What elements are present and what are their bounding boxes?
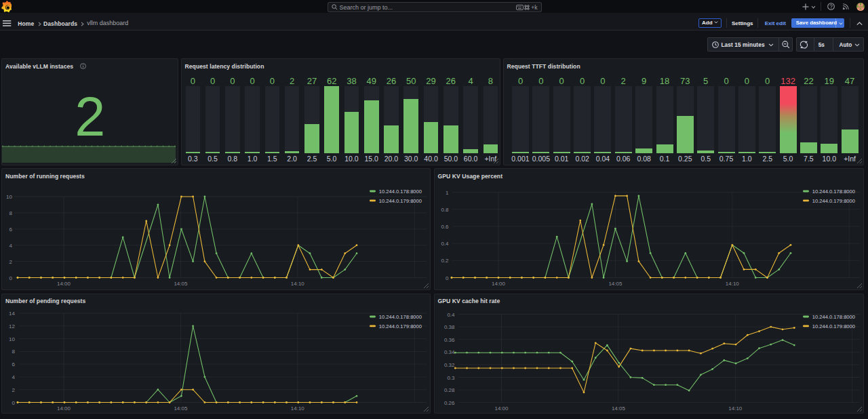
- svg-text:0.32: 0.32: [443, 361, 454, 367]
- svg-text:0.28: 0.28: [443, 387, 454, 393]
- svg-text:8: 8: [12, 348, 16, 355]
- svg-text:0.4: 0.4: [441, 241, 449, 247]
- svg-text:4: 4: [12, 374, 16, 380]
- svg-text:10.244.0.178:8000: 10.244.0.178:8000: [379, 314, 422, 320]
- svg-text:4: 4: [9, 243, 13, 249]
- svg-text:14:10: 14:10: [291, 405, 305, 412]
- svg-text:10.244.0.178:8000: 10.244.0.178:8000: [812, 314, 854, 320]
- svg-text:0: 0: [9, 275, 13, 281]
- svg-text:14:05: 14:05: [174, 281, 188, 287]
- svg-text:10.244.0.179:8000: 10.244.0.179:8000: [379, 198, 422, 204]
- svg-text:14:10: 14:10: [725, 281, 739, 287]
- svg-text:0.34: 0.34: [443, 349, 454, 355]
- svg-text:0.6: 0.6: [441, 224, 449, 230]
- svg-text:0: 0: [446, 275, 449, 281]
- svg-text:0.8: 0.8: [441, 207, 449, 213]
- svg-text:14: 14: [9, 311, 15, 317]
- svg-text:1: 1: [446, 190, 449, 196]
- svg-text:10.244.0.179:8000: 10.244.0.179:8000: [379, 323, 422, 330]
- svg-text:14:00: 14:00: [57, 405, 71, 412]
- svg-text:14:00: 14:00: [491, 281, 505, 287]
- svg-text:10.244.0.178:8000: 10.244.0.178:8000: [379, 188, 422, 195]
- svg-text:10.244.0.178:8000: 10.244.0.178:8000: [812, 188, 854, 195]
- svg-text:14:05: 14:05: [174, 405, 188, 412]
- svg-text:0: 0: [12, 399, 16, 405]
- svg-text:0.2: 0.2: [441, 258, 449, 264]
- svg-text:12: 12: [9, 323, 15, 329]
- svg-text:10: 10: [9, 336, 15, 342]
- svg-text:10: 10: [6, 194, 12, 200]
- svg-text:14:00: 14:00: [494, 405, 509, 412]
- svg-text:6: 6: [12, 361, 16, 367]
- svg-text:10.244.0.179:8000: 10.244.0.179:8000: [812, 323, 854, 330]
- svg-text:14:05: 14:05: [608, 281, 623, 287]
- svg-text:14:05: 14:05: [611, 405, 625, 412]
- svg-text:2: 2: [9, 259, 13, 265]
- svg-text:0.38: 0.38: [443, 324, 454, 330]
- svg-text:14:10: 14:10: [291, 281, 305, 287]
- svg-text:14:10: 14:10: [728, 405, 743, 412]
- svg-text:0.36: 0.36: [443, 336, 454, 342]
- svg-text:0.4: 0.4: [447, 311, 455, 317]
- svg-text:2: 2: [12, 386, 16, 393]
- svg-text:8: 8: [9, 210, 13, 216]
- svg-text:6: 6: [9, 226, 13, 233]
- svg-text:0.3: 0.3: [447, 374, 455, 380]
- svg-text:14:00: 14:00: [57, 281, 71, 287]
- svg-text:0.26: 0.26: [443, 399, 454, 405]
- svg-text:10.244.0.179:8000: 10.244.0.179:8000: [812, 198, 854, 204]
